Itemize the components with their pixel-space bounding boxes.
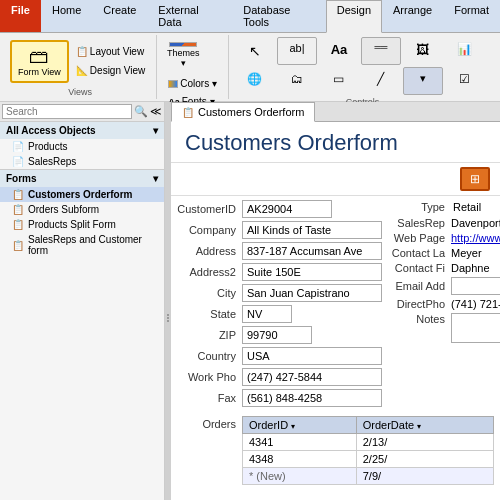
col-label-orderid: OrderID (249, 419, 288, 431)
forms-item-salesreps-customer-form[interactable]: 📋 SalesReps and Customer form (0, 232, 164, 258)
chart-control[interactable]: 📊 (445, 37, 485, 65)
design-view-button[interactable]: 📐 Design View (71, 62, 150, 79)
new-row-indicator: * (249, 470, 253, 482)
view-buttons: 🗃 Form View 📋 Layout View 📐 Design View (10, 37, 150, 85)
products-icon: 📄 (12, 141, 24, 152)
order-cell-id-0: 4341 (243, 434, 357, 451)
themes-icon (169, 42, 197, 47)
image-control[interactable]: 🖼 (403, 37, 443, 65)
field-row-workphone: Work Pho (177, 368, 382, 386)
form-view-button[interactable]: 🗃 Form View (10, 40, 69, 83)
layout-view-button[interactable]: 📋 Layout View (71, 43, 150, 60)
field-row-directphone: DirectPho (741) 721-7 (386, 298, 500, 310)
tab-arrange[interactable]: Arrange (382, 0, 443, 32)
field-row-notes: Notes (386, 313, 500, 343)
tab-create[interactable]: Create (92, 0, 147, 32)
themes-button[interactable]: Themes ▾ (163, 37, 203, 73)
forms-item-products-split-form[interactable]: 📋 Products Split Form (0, 217, 164, 232)
rectangle-control[interactable]: ▭ (319, 67, 359, 95)
tab-home[interactable]: Home (41, 0, 92, 32)
order-row-1[interactable]: 4348 2/25/ (243, 451, 494, 468)
search-icon[interactable]: 🔍 (134, 105, 148, 118)
form-body: Customers Orderform ⊞ CustomerID Company (171, 122, 500, 500)
nav-section: All Access Objects ▾ 📄 Products 📄 SalesR… (0, 122, 164, 170)
tab-design[interactable]: Design (326, 0, 382, 33)
input-zip[interactable] (242, 326, 312, 344)
col-header-orderid[interactable]: OrderID ▾ (243, 417, 357, 434)
input-company[interactable] (242, 221, 382, 239)
colors-button[interactable]: Colors ▾ (163, 75, 222, 92)
tab-database-tools[interactable]: Database Tools (232, 0, 325, 32)
label-customerid: CustomerID (177, 203, 242, 215)
value-contactlast: Meyer (451, 247, 482, 259)
label-fax: Fax (177, 392, 242, 404)
field-row-company: Company (177, 221, 382, 239)
input-email[interactable] (451, 277, 500, 295)
collapse-icon[interactable]: ≪ (150, 105, 162, 118)
nav-item-salesreps[interactable]: 📄 SalesReps (0, 154, 164, 169)
input-city[interactable] (242, 284, 382, 302)
value-contactfirst: Daphne (451, 262, 490, 274)
order-row-new[interactable]: * (New) 7/9/ (243, 468, 494, 485)
order-cell-id-new: * (New) (243, 468, 357, 485)
label-city: City (177, 287, 242, 299)
value-type: Retail (451, 200, 483, 214)
forms-item-customers-orderform[interactable]: 📋 Customers Orderform (0, 187, 164, 202)
ribbon-group-themes: Themes ▾ Colors ▾ Aa Fonts ▾ Themes (157, 35, 229, 99)
field-row-zip: ZIP (177, 326, 382, 344)
ribbon-group-views: 🗃 Form View 📋 Layout View 📐 Design View … (4, 35, 157, 99)
more-controls-button[interactable]: ▾ (403, 67, 443, 95)
button-control[interactable]: ══ (361, 37, 401, 65)
ribbon: File Home Create External Data Database … (0, 0, 500, 102)
input-country[interactable] (242, 347, 382, 365)
salesreps-customer-form-icon: 📋 (12, 240, 24, 251)
ribbon-tab-bar: File Home Create External Data Database … (0, 0, 500, 33)
nav-control[interactable]: 🗂 (277, 67, 317, 95)
input-fax[interactable] (242, 389, 382, 407)
field-row-email: Email Add (386, 277, 500, 295)
order-row-0[interactable]: 4341 2/13/ (243, 434, 494, 451)
right-column: Type Retail SalesRep Davenport Web Page … (382, 200, 500, 410)
sidebar-search-bar: 🔍 ≪ (0, 102, 164, 122)
input-address[interactable] (242, 242, 382, 260)
label-button[interactable]: Aa (319, 37, 359, 65)
forms-header[interactable]: Forms ▾ (0, 170, 164, 187)
forms-label-products-split-form: Products Split Form (28, 219, 116, 230)
check-control[interactable]: ☑ (445, 67, 485, 95)
label-address2: Address2 (177, 266, 242, 278)
input-state[interactable] (242, 305, 292, 323)
label-webpage: Web Page (386, 232, 451, 244)
input-customerid[interactable] (242, 200, 332, 218)
browser-control[interactable]: 🌐 (235, 67, 275, 95)
nav-label-salesreps: SalesReps (28, 156, 76, 167)
field-row-country: Country (177, 347, 382, 365)
tab-format[interactable]: Format (443, 0, 500, 32)
line-control[interactable]: ╱ (361, 67, 401, 95)
tab-file[interactable]: File (0, 0, 41, 32)
label-zip: ZIP (177, 329, 242, 341)
input-notes[interactable] (451, 313, 500, 343)
tab-external-data[interactable]: External Data (147, 0, 232, 32)
forms-item-orders-subform[interactable]: 📋 Orders Subform (0, 202, 164, 217)
main-area: 🔍 ≪ All Access Objects ▾ 📄 Products 📄 Sa… (0, 102, 500, 500)
field-row-salesrep: SalesRep Davenport (386, 217, 500, 229)
nav-item-products[interactable]: 📄 Products (0, 139, 164, 154)
orders-subform-icon: 📋 (12, 204, 24, 215)
forms-label-orders-subform: Orders Subform (28, 204, 99, 215)
order-cell-date-new: 7/9/ (356, 468, 493, 485)
salesreps-icon: 📄 (12, 156, 24, 167)
nav-section-header[interactable]: All Access Objects ▾ (0, 122, 164, 139)
form-tab-customers-orderform[interactable]: 📋 Customers Orderform (171, 102, 315, 122)
textbox-button[interactable]: ab| (277, 37, 317, 65)
input-address2[interactable] (242, 263, 382, 281)
input-workphone[interactable] (242, 368, 382, 386)
value-webpage[interactable]: http://www (451, 232, 500, 244)
views-group-label: Views (68, 85, 92, 97)
col-label-orderdate: OrderDate (363, 419, 414, 431)
form-tab-bar: 📋 Customers Orderform (171, 102, 500, 122)
select-tool-button[interactable]: ↖ (235, 37, 275, 65)
record-nav-button[interactable]: ⊞ (460, 167, 490, 191)
col-header-orderdate[interactable]: OrderDate ▾ (356, 417, 493, 434)
search-input[interactable] (2, 104, 132, 119)
forms-label: Forms (6, 173, 37, 184)
